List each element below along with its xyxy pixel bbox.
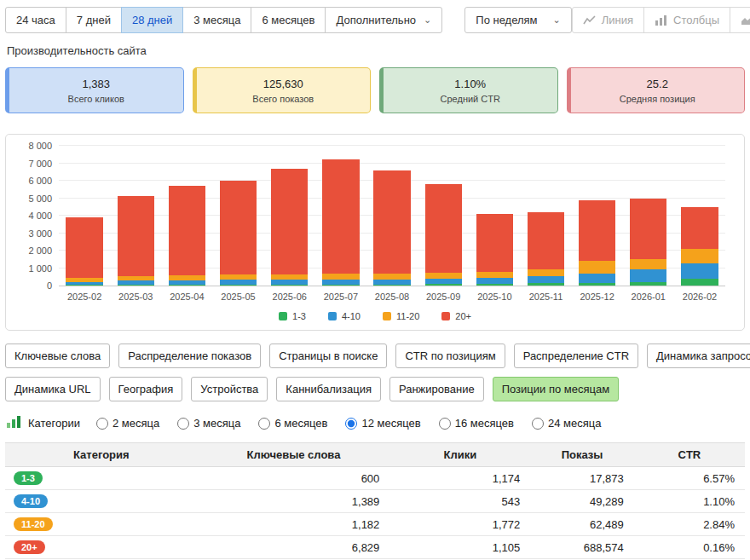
- bar-segment-1-3[interactable]: [66, 285, 102, 286]
- bar-segment-1-3[interactable]: [322, 285, 359, 286]
- legend-item[interactable]: 20+: [441, 311, 471, 321]
- period-radio-input[interactable]: [345, 418, 357, 430]
- bar-segment-1-3[interactable]: [169, 285, 205, 286]
- bar-segment-20+[interactable]: [169, 186, 205, 275]
- range-button[interactable]: 7 дней: [66, 7, 122, 33]
- range-button[interactable]: Дополнительно⌄: [325, 7, 442, 33]
- stacked-bar[interactable]: [579, 200, 615, 286]
- bar-segment-20+[interactable]: [373, 170, 410, 274]
- area-chart-icon: [741, 15, 750, 26]
- range-button[interactable]: 24 часа: [5, 7, 66, 33]
- area-chart-button[interactable]: Область: [730, 7, 750, 33]
- stacked-bar[interactable]: [66, 217, 102, 286]
- bar-segment-1-3[interactable]: [118, 285, 154, 286]
- report-tab[interactable]: Каннибализация: [276, 377, 381, 401]
- bar-segment-20+[interactable]: [220, 181, 257, 274]
- report-tab[interactable]: Ключевые слова: [5, 344, 110, 368]
- stacked-bar[interactable]: [322, 159, 359, 286]
- y-axis-label: 7 000: [28, 159, 52, 168]
- table-row[interactable]: 11-201,1821,77262,4892.84%: [5, 513, 745, 536]
- bar-segment-1-3[interactable]: [579, 283, 615, 286]
- table-row[interactable]: 20+6,8291,105688,5740.16%: [5, 536, 745, 559]
- bar-segment-20+[interactable]: [579, 200, 615, 261]
- report-tab[interactable]: Динамика запросов: [647, 344, 750, 368]
- bar-segment-4-10[interactable]: [476, 278, 513, 284]
- bar-segment-11-20[interactable]: [322, 274, 359, 280]
- stacked-bar[interactable]: [118, 196, 154, 286]
- stacked-bar[interactable]: [425, 184, 462, 286]
- bar-segment-1-3[interactable]: [476, 284, 513, 286]
- bar-segment-11-20[interactable]: [681, 249, 718, 263]
- chart-type-label: Столбцы: [673, 14, 719, 26]
- bar-segment-11-20[interactable]: [630, 259, 666, 269]
- stacked-bar[interactable]: [373, 170, 410, 286]
- range-button[interactable]: 3 месяца: [182, 7, 251, 33]
- bar-segment-20+[interactable]: [425, 184, 462, 273]
- range-button[interactable]: 28 дней: [121, 7, 183, 33]
- bar-segment-4-10[interactable]: [630, 269, 666, 281]
- range-button[interactable]: 6 месяцев: [251, 7, 326, 33]
- bar-segment-20+[interactable]: [271, 169, 308, 274]
- bar-segment-1-3[interactable]: [425, 284, 462, 286]
- bar-segment-4-10[interactable]: [579, 274, 615, 283]
- period-radio-option[interactable]: 2 месяца: [96, 417, 159, 430]
- bar-segment-20+[interactable]: [322, 159, 359, 274]
- bar-segment-20+[interactable]: [681, 207, 718, 249]
- bar-segment-11-20[interactable]: [425, 273, 462, 279]
- report-tab[interactable]: CTR по позициям: [395, 344, 505, 368]
- period-radio-option[interactable]: 6 месяцев: [258, 417, 327, 430]
- bar-chart-button[interactable]: Столбцы: [643, 7, 730, 33]
- bar-segment-20+[interactable]: [476, 214, 513, 272]
- period-radio-input[interactable]: [439, 418, 451, 430]
- bar-segment-1-3[interactable]: [373, 285, 410, 286]
- granularity-dropdown[interactable]: По неделям ⌄: [464, 7, 571, 33]
- bar-segment-1-3[interactable]: [630, 282, 666, 286]
- report-tab[interactable]: Устройства: [191, 377, 268, 401]
- stacked-bar[interactable]: [630, 199, 666, 286]
- bar-segment-1-3[interactable]: [528, 283, 564, 286]
- bar-segment-4-10[interactable]: [681, 263, 718, 279]
- bar-segment-20+[interactable]: [118, 196, 154, 275]
- report-tab[interactable]: Страницы в поиске: [269, 344, 387, 368]
- table-cell: 1.10%: [634, 490, 745, 513]
- bar-segment-1-3[interactable]: [220, 285, 257, 286]
- bar-segment-11-20[interactable]: [476, 272, 513, 278]
- period-radio-input[interactable]: [96, 418, 108, 430]
- report-tab[interactable]: Распределение показов: [118, 344, 261, 368]
- bar-segment-20+[interactable]: [528, 212, 564, 269]
- legend-item[interactable]: 4-10: [328, 311, 361, 321]
- bar-segment-11-20[interactable]: [373, 274, 410, 280]
- stacked-bar[interactable]: [528, 212, 564, 286]
- period-radio-option[interactable]: 12 месяцев: [345, 417, 420, 430]
- report-tab[interactable]: Распределение CTR: [514, 344, 638, 368]
- period-radio-option[interactable]: 24 месяца: [532, 417, 601, 430]
- legend-item[interactable]: 11-20: [383, 311, 419, 321]
- report-tab[interactable]: Динамика URL: [5, 377, 101, 401]
- report-tab[interactable]: Ранжирование: [389, 377, 484, 401]
- bar-segment-1-3[interactable]: [271, 285, 308, 286]
- bar-segment-20+[interactable]: [630, 199, 666, 259]
- stacked-bar[interactable]: [169, 186, 205, 286]
- stacked-bar[interactable]: [476, 214, 513, 286]
- period-radio-option[interactable]: 3 месяца: [177, 417, 240, 430]
- range-button-label: 7 дней: [77, 14, 111, 26]
- period-radio-input[interactable]: [258, 418, 270, 430]
- table-row[interactable]: 4-101,38954349,2891.10%: [5, 490, 745, 513]
- bar-segment-20+[interactable]: [66, 217, 102, 278]
- stacked-bar[interactable]: [681, 207, 718, 286]
- line-chart-button[interactable]: Линия: [572, 7, 644, 33]
- stacked-bar[interactable]: [271, 169, 308, 286]
- period-radio-option[interactable]: 16 месяцев: [439, 417, 514, 430]
- period-radio-input[interactable]: [532, 418, 544, 430]
- bar-segment-4-10[interactable]: [528, 276, 564, 283]
- bar-segment-1-3[interactable]: [681, 279, 718, 286]
- table-header-cell: CTR: [634, 443, 745, 467]
- table-row[interactable]: 1-36001,17417,8736.57%: [5, 467, 745, 490]
- bar-segment-11-20[interactable]: [528, 269, 564, 276]
- report-tab[interactable]: Позиции по месяцам: [493, 377, 619, 401]
- bar-segment-11-20[interactable]: [579, 261, 615, 274]
- period-radio-input[interactable]: [177, 418, 189, 430]
- report-tab[interactable]: География: [109, 377, 183, 401]
- legend-item[interactable]: 1-3: [279, 311, 306, 321]
- stacked-bar[interactable]: [220, 181, 257, 286]
